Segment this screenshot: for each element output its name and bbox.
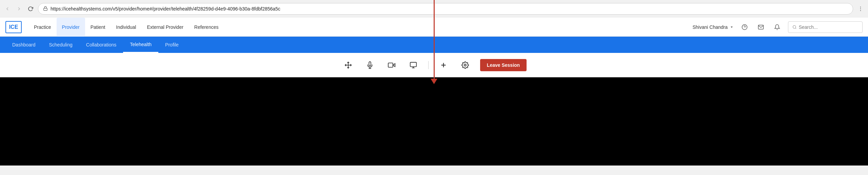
add-icon [440, 61, 447, 69]
header-right: Shivani Chandra [692, 21, 863, 33]
sub-nav-profile[interactable]: Profile [158, 37, 185, 53]
help-button[interactable] [739, 22, 750, 33]
reload-button[interactable] [26, 4, 35, 14]
help-icon [742, 24, 748, 30]
browser-nav-buttons [3, 4, 35, 14]
nav-item-provider[interactable]: Provider [57, 18, 85, 37]
app-header: ICE Practice Provider Patient Individual… [0, 18, 868, 37]
screen-share-button[interactable] [407, 58, 420, 72]
notifications-button[interactable] [772, 22, 783, 33]
user-info[interactable]: Shivani Chandra [692, 24, 734, 30]
leave-session-button[interactable]: Leave Session [480, 59, 527, 71]
nav-item-external-provider[interactable]: External Provider [141, 18, 189, 37]
svg-point-19 [464, 64, 466, 66]
svg-rect-14 [410, 62, 416, 66]
url-input[interactable] [51, 6, 848, 12]
main-nav: Practice Provider Patient Individual Ext… [28, 18, 692, 37]
telehealth-toolbar: Leave Session [0, 53, 868, 77]
sub-nav-dashboard[interactable]: Dashboard [5, 37, 42, 53]
camera-button[interactable] [385, 58, 398, 72]
search-box[interactable] [788, 21, 863, 33]
svg-rect-13 [388, 63, 393, 67]
add-button[interactable] [437, 58, 450, 72]
mail-icon [758, 24, 764, 30]
sub-nav-telehealth[interactable]: Telehealth [123, 37, 158, 53]
sub-nav-collaborations[interactable]: Collaborations [79, 37, 123, 53]
nav-item-individual[interactable]: Individual [111, 18, 141, 37]
settings-button[interactable] [458, 58, 472, 72]
browser-menu-button[interactable] [856, 4, 865, 14]
nav-item-practice[interactable]: Practice [28, 18, 57, 37]
svg-line-7 [795, 28, 796, 28]
svg-point-6 [793, 25, 796, 28]
telehealth-video-area [0, 77, 868, 166]
nav-item-references[interactable]: References [189, 18, 224, 37]
dropdown-arrow-icon [730, 25, 734, 29]
back-button[interactable] [3, 4, 12, 14]
svg-marker-12 [393, 63, 395, 66]
search-icon [792, 25, 797, 30]
camera-icon [388, 61, 395, 69]
browser-chrome [0, 0, 868, 18]
search-input[interactable] [799, 24, 858, 30]
user-name: Shivani Chandra [692, 24, 728, 30]
svg-point-3 [860, 10, 861, 11]
svg-rect-0 [44, 8, 47, 10]
mic-button[interactable] [363, 58, 377, 72]
nav-item-patient[interactable]: Patient [85, 18, 111, 37]
svg-point-1 [860, 7, 861, 7]
forward-button[interactable] [14, 4, 24, 14]
lock-icon [43, 6, 48, 12]
settings-icon [461, 61, 469, 69]
bell-icon [774, 24, 780, 30]
telehealth-section: Leave Session [0, 53, 868, 77]
toolbar-separator [428, 61, 429, 69]
address-bar-container[interactable] [38, 3, 853, 15]
mic-icon [366, 61, 374, 69]
svg-point-2 [860, 8, 861, 9]
screen-share-icon [410, 61, 417, 69]
ice-logo: ICE [5, 21, 22, 33]
mail-button[interactable] [755, 22, 766, 33]
sub-nav-scheduling[interactable]: Scheduling [42, 37, 79, 53]
move-button[interactable] [341, 58, 355, 72]
move-icon [344, 61, 352, 69]
sub-nav: Dashboard Scheduling Collaborations Tele… [0, 37, 868, 53]
